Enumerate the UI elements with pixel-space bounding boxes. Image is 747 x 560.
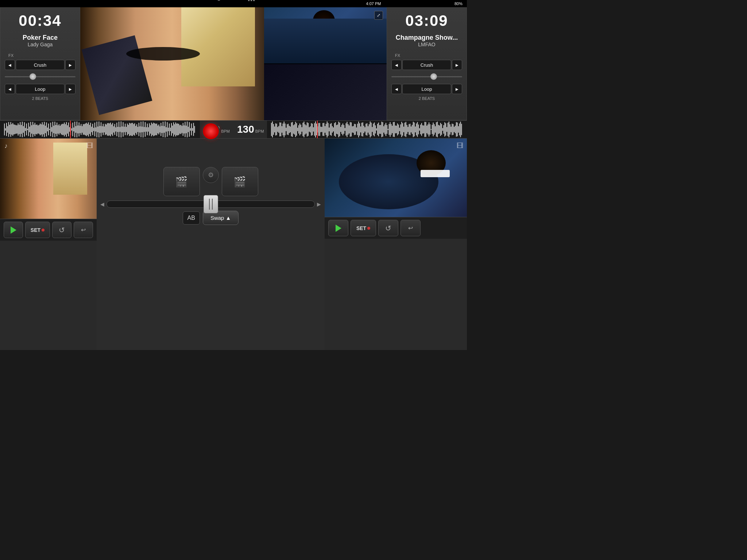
left-fx-slider[interactable] [5,74,76,79]
svg-rect-296 [391,124,391,135]
left-fx-slider-thumb[interactable] [30,73,36,80]
svg-rect-326 [422,125,423,134]
crossfader-right-arrow[interactable]: ▶ [317,201,321,207]
svg-rect-206 [296,123,297,136]
svg-rect-339 [436,122,437,137]
svg-rect-72 [80,126,81,133]
settings-button[interactable]: ⚙ [203,167,219,183]
right-loop-prev-button[interactable]: ◀ [391,84,402,94]
svg-rect-286 [380,125,381,134]
svg-rect-68 [76,126,76,133]
svg-rect-219 [310,127,310,133]
svg-rect-34 [40,124,40,135]
svg-rect-74 [82,126,82,133]
svg-rect-7 [11,124,12,135]
svg-rect-214 [305,124,305,135]
left-video-thumb: ♪ 🎞 [0,139,97,219]
svg-rect-341 [438,125,439,134]
left-loop-prev-button[interactable]: ◀ [5,84,15,94]
svg-rect-233 [325,126,325,133]
video-top-right [264,7,387,63]
left-play-button[interactable] [4,222,23,238]
ab-button[interactable]: AB [183,211,200,225]
svg-rect-146 [158,125,158,133]
left-fx-next-button[interactable]: ▶ [65,60,76,70]
svg-rect-266 [359,123,360,136]
svg-rect-50 [57,122,57,136]
right-fx-prev-button[interactable]: ◀ [391,60,402,70]
svg-rect-183 [272,121,273,137]
right-transport-bar: SET ↺ ↩ [325,217,467,239]
svg-rect-204 [294,124,295,135]
svg-rect-297 [392,126,392,133]
right-fx-effect: Crush [402,60,451,70]
svg-rect-357 [455,126,456,133]
svg-rect-131 [142,127,142,132]
svg-rect-70 [78,125,78,133]
right-loop-next-button[interactable]: ▶ [452,84,462,94]
left-video-mix-button[interactable]: 🎬 [163,167,200,196]
svg-rect-104 [113,126,114,132]
right-fx-next-button[interactable]: ▶ [452,60,462,70]
left-loop-button[interactable]: ↺ [52,222,71,238]
svg-rect-258 [351,122,352,137]
ab-label: AB [187,215,195,221]
left-scratch-button[interactable]: ↩ [74,222,93,238]
video-music-icon-right: 🎬 [233,176,246,188]
svg-rect-318 [414,122,414,136]
left-set-button[interactable]: SET [25,222,50,238]
svg-rect-282 [376,128,377,131]
svg-rect-346 [443,125,444,133]
right-fx-slider-track [391,76,462,77]
svg-rect-323 [419,128,420,131]
right-video-mix-button[interactable]: 🎬 [222,167,258,196]
svg-rect-89 [97,127,98,132]
right-bpm-label: BPM [255,129,264,133]
svg-rect-207 [297,128,298,131]
svg-rect-198 [288,124,289,135]
svg-rect-299 [394,122,395,137]
svg-rect-109 [119,122,119,137]
svg-rect-261 [354,124,355,135]
svg-rect-164 [176,124,177,135]
svg-rect-232 [324,123,324,136]
record-button[interactable] [202,122,220,140]
crossfader-thumb[interactable] [204,195,218,213]
waveform-right [267,121,467,138]
svg-rect-149 [160,123,161,136]
svg-rect-307 [402,123,403,136]
left-deck-panel: 00:34 Poker Face Lady Gaga FX ◀ Crush ▶ … [0,7,80,120]
svg-rect-310 [405,122,406,137]
waveform-left [0,121,200,138]
left-loop-control: ◀ Loop ▶ [5,84,76,94]
svg-rect-343 [440,123,441,136]
svg-rect-168 [181,125,181,134]
crossfader-track[interactable] [107,201,315,208]
right-fx-slider[interactable] [391,74,462,79]
svg-rect-46 [53,122,53,137]
crowd-bg [264,19,387,63]
svg-rect-180 [193,123,194,136]
svg-rect-181 [194,126,195,133]
right-scratch-button[interactable]: ↩ [400,220,421,236]
svg-rect-330 [426,126,427,133]
right-track-title: Champagne Show... [396,34,458,42]
expand-button[interactable]: ⤢ [374,11,383,20]
right-loop-button[interactable]: ↺ [378,220,398,236]
left-loop-next-button[interactable]: ▶ [65,84,76,94]
svg-rect-240 [332,126,333,133]
svg-rect-243 [335,122,336,137]
svg-rect-315 [411,127,411,132]
right-play-button[interactable] [328,220,348,236]
svg-rect-133 [144,127,144,132]
svg-rect-135 [146,127,147,132]
svg-rect-292 [387,125,387,134]
svg-rect-239 [331,123,332,136]
svg-rect-179 [192,128,193,131]
svg-rect-244 [336,125,337,134]
crossfader-left-arrow[interactable]: ◀ [100,201,104,207]
right-set-button[interactable]: SET [351,220,376,236]
svg-rect-51 [58,125,58,134]
right-fx-slider-thumb[interactable] [430,73,437,80]
left-fx-prev-button[interactable]: ◀ [5,60,15,70]
